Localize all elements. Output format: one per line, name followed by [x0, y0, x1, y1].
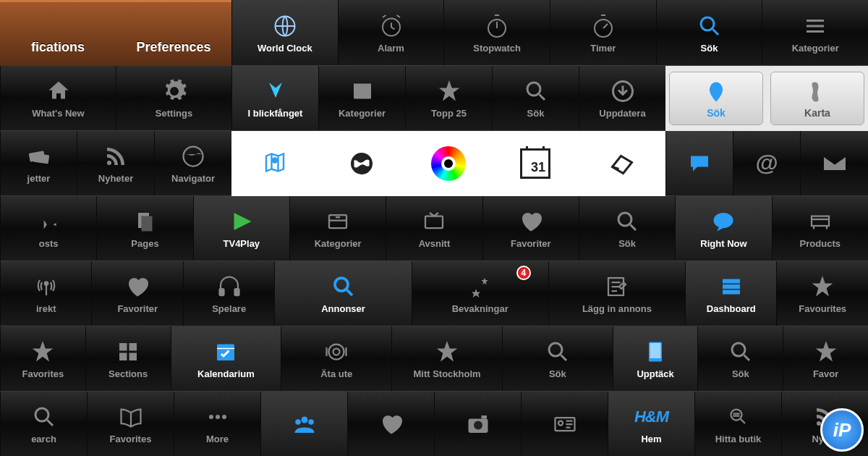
star-icon — [809, 273, 836, 300]
heart-icon — [378, 410, 405, 438]
row-2: What's New Settings I blickfånget Katego… — [0, 65, 868, 130]
svg-point-45 — [301, 416, 307, 423]
svg-point-43 — [216, 415, 220, 419]
uppdatera[interactable]: Uppdatera — [579, 66, 665, 130]
calendar-button[interactable]: 31 — [492, 131, 579, 196]
svg-rect-33 — [129, 353, 137, 361]
avsnitt[interactable]: Avsnitt — [386, 196, 482, 261]
tab-kategorier[interactable]: Kategorier — [762, 0, 868, 65]
lighttab-karta[interactable]: Karta — [770, 72, 864, 125]
svg-point-49 — [474, 421, 482, 429]
spelare[interactable]: Spelare — [183, 261, 274, 326]
favoriter[interactable]: Favoriter — [91, 261, 182, 326]
favorites[interactable]: Favorites — [87, 392, 174, 456]
hitta-butik[interactable]: Hitta butik — [694, 392, 781, 456]
row-7: earch Favorites More H&MHem Hitta butik … — [0, 391, 868, 456]
favor[interactable]: Favor — [783, 326, 868, 391]
i-blickfanget[interactable]: I blickfånget — [231, 66, 318, 130]
at-tab[interactable]: @ — [733, 131, 800, 195]
bevakningar[interactable]: 4 Bevakningar — [412, 261, 548, 326]
sok[interactable]: Sök — [579, 196, 675, 261]
lighttab-sok[interactable]: Sök — [669, 72, 763, 125]
products[interactable]: Products — [772, 196, 868, 261]
map-pin-button[interactable] — [231, 131, 318, 196]
osts[interactable]: osts — [0, 196, 96, 261]
irekt[interactable]: irekt — [0, 261, 91, 326]
tab-alarm[interactable]: Alarm — [338, 0, 444, 65]
sok[interactable]: Sök — [502, 326, 613, 391]
label: Sök — [732, 368, 749, 379]
whats-new[interactable]: What's New — [0, 66, 116, 130]
sok[interactable]: Sök — [492, 66, 579, 130]
svg-point-4 — [701, 17, 714, 30]
search[interactable]: earch — [0, 392, 87, 456]
topp-25[interactable]: Topp 25 — [405, 66, 492, 130]
world-button[interactable] — [318, 131, 405, 196]
label: Avsnitt — [419, 238, 451, 249]
right-now[interactable]: Right Now — [675, 196, 771, 261]
label: Kategorier — [315, 238, 362, 249]
compose-icon — [603, 273, 631, 300]
kalendarium[interactable]: Kalendarium — [171, 326, 281, 391]
favorites[interactable]: Favorites — [0, 326, 85, 391]
color-button[interactable] — [405, 131, 492, 196]
ata-ute[interactable]: Äta ute — [281, 326, 391, 391]
sections[interactable]: Sections — [85, 326, 171, 391]
label: Äta ute — [320, 368, 352, 379]
svg-point-42 — [209, 415, 213, 419]
svg-rect-31 — [129, 343, 137, 351]
upptack[interactable]: Upptäck — [613, 326, 698, 391]
inbox-button[interactable] — [579, 131, 665, 196]
alarm-icon — [378, 12, 405, 40]
camera[interactable] — [434, 392, 521, 456]
store-search-icon — [725, 403, 752, 431]
lagg-in-annons[interactable]: Lägg in annons — [548, 261, 685, 326]
kategorier[interactable]: Kategorier — [318, 66, 405, 130]
pages[interactable]: Pages — [96, 196, 192, 261]
tv-icon — [420, 208, 448, 235]
label: Sök — [701, 43, 718, 54]
mail-tab[interactable] — [800, 131, 868, 195]
svg-point-36 — [333, 349, 340, 355]
jetter[interactable]: jetter — [0, 131, 77, 195]
tab-stopwatch[interactable]: Stopwatch — [443, 0, 550, 65]
favoriter[interactable]: Favoriter — [482, 196, 579, 261]
clock-tabbar: World Clock Alarm Stopwatch Timer Sök Ka… — [231, 0, 868, 65]
tv4play[interactable]: TV4Play — [193, 196, 289, 261]
svg-rect-21 — [812, 219, 829, 226]
label: TV4Play — [224, 238, 260, 249]
svg-point-52 — [558, 421, 563, 425]
row-6: Favorites Sections Kalendarium Äta ute M… — [0, 326, 868, 391]
navigator[interactable]: Navigator — [154, 131, 231, 195]
tab-world-clock[interactable]: World Clock — [231, 0, 338, 65]
svg-rect-5 — [354, 86, 371, 99]
sofa-icon — [807, 208, 834, 235]
hem[interactable]: H&MHem — [608, 392, 694, 456]
people[interactable] — [260, 392, 347, 456]
heart[interactable] — [347, 392, 434, 456]
id-card[interactable] — [521, 392, 608, 456]
settings[interactable]: Settings — [116, 66, 231, 130]
label: Sök — [549, 368, 566, 379]
mitt-stockholm[interactable]: Mitt Stockholm — [391, 326, 502, 391]
tab-timer[interactable]: Timer — [550, 0, 656, 65]
sok2[interactable]: Sök — [697, 326, 783, 391]
kategorier[interactable]: Kategorier — [289, 196, 386, 261]
nyheter[interactable]: Nyheter — [77, 131, 154, 195]
pin-icon — [35, 208, 62, 235]
more[interactable]: More — [174, 392, 260, 456]
label: Uppdatera — [599, 108, 645, 119]
favourites[interactable]: Favourites — [776, 261, 867, 326]
id-card-icon — [551, 410, 579, 438]
label: Sections — [109, 368, 148, 379]
tab-sok[interactable]: Sök — [656, 0, 762, 65]
chat-tab[interactable] — [665, 131, 733, 195]
svg-point-11 — [107, 161, 111, 165]
label: Karta — [804, 107, 830, 119]
preferences-button[interactable]: Preferences — [116, 2, 231, 65]
dashboard[interactable]: Dashboard — [685, 261, 776, 326]
list-icon — [801, 12, 829, 40]
svg-point-35 — [329, 345, 344, 360]
annonser[interactable]: Annonser — [274, 261, 411, 326]
notifications-button[interactable]: fications — [0, 2, 116, 65]
